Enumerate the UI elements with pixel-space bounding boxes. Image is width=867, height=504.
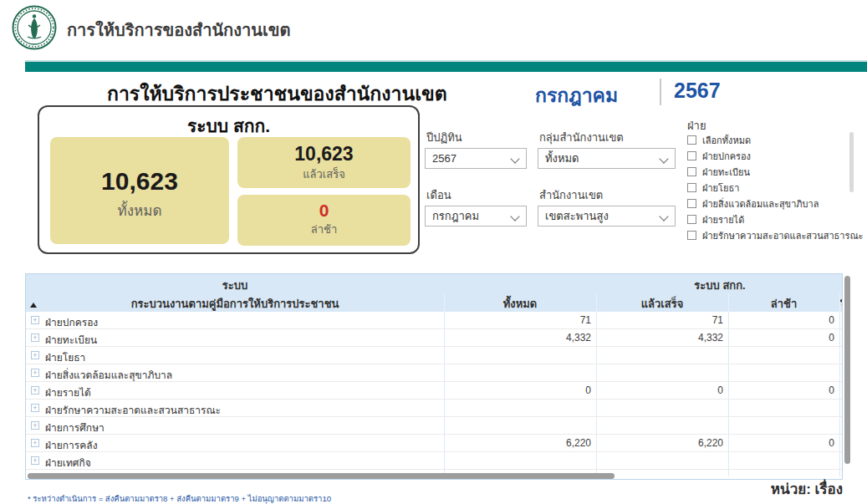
teal-divider-bar bbox=[25, 60, 867, 72]
table-row[interactable]: + ฝ่ายการคลัง 6,220 6,220 0 bbox=[26, 435, 843, 452]
kpi-box-title: ระบบ สกก. bbox=[39, 112, 418, 140]
kpi-card-done: 10,623 แล้วเสร็จ bbox=[237, 137, 411, 188]
expand-icon[interactable]: + bbox=[31, 439, 39, 447]
table-vertical-scrollbar[interactable] bbox=[844, 276, 850, 464]
filter-year-label: ปีปฏิทิน bbox=[426, 129, 462, 146]
column-header-late[interactable]: ล่าช้า bbox=[728, 295, 839, 313]
expand-icon[interactable]: + bbox=[31, 333, 39, 342]
table-row[interactable]: + ฝ่ายการศึกษา bbox=[26, 417, 843, 435]
checkbox-icon[interactable] bbox=[687, 199, 696, 208]
checkbox-icon[interactable] bbox=[687, 167, 696, 176]
column-header-total[interactable]: ทั้งหมด bbox=[444, 295, 596, 313]
app-header: การให้บริการของสำนักงานเขต bbox=[0, 0, 867, 57]
filter-group-value: ทั้งหมด bbox=[545, 152, 579, 165]
column-group-header-sakok[interactable]: ระบบ สกก. bbox=[596, 277, 843, 294]
filter-year-value: 2567 bbox=[432, 152, 456, 165]
filter-group-label: กลุ่มสำนักงานเขต bbox=[539, 129, 624, 146]
kpi-late-value: 0 bbox=[237, 201, 411, 221]
expand-icon[interactable]: + bbox=[31, 386, 39, 395]
sort-ascending-icon[interactable] bbox=[30, 303, 37, 308]
kpi-done-value: 10,623 bbox=[237, 143, 411, 165]
filter-district-dropdown[interactable]: เขตสะพานสูง bbox=[538, 206, 676, 227]
filter-district-value: เขตสะพานสูง bbox=[545, 210, 609, 222]
chevron-down-icon bbox=[510, 154, 519, 163]
checkbox-icon[interactable] bbox=[687, 231, 696, 240]
checkbox-select-all[interactable]: เลือกทั้งหมด bbox=[687, 132, 751, 146]
filter-month-label: เดือน bbox=[426, 186, 451, 204]
checkbox-icon[interactable] bbox=[687, 135, 696, 145]
table-body: + ฝ่ายปกครอง 71 71 0 + ฝ่ายทะเบียน 4,332… bbox=[26, 312, 843, 476]
checkbox-division-6[interactable]: ฝ่ายรักษาความสะอาดและสวนสาธารณะ bbox=[687, 227, 864, 242]
unit-label: หน่วย: เรื่อง bbox=[592, 477, 843, 500]
table-row[interactable]: + ฝ่ายสิ่งแวดล้อมและสุขาภิบาล bbox=[26, 364, 843, 382]
kpi-card-late: 0 ล่าช้า bbox=[237, 195, 411, 246]
filter-group-dropdown[interactable]: ทั้งหมด bbox=[538, 148, 676, 169]
chevron-down-icon bbox=[659, 154, 668, 163]
column-header-system[interactable]: ระบบ bbox=[26, 277, 444, 294]
table-row[interactable]: + ฝ่ายรายได้ 0 0 0 bbox=[26, 382, 843, 400]
column-header-done[interactable]: แล้วเสร็จ bbox=[596, 295, 728, 313]
table-row[interactable]: + ฝ่ายโยธา bbox=[26, 347, 843, 364]
chevron-down-icon bbox=[510, 211, 519, 221]
checkbox-division-4[interactable]: ฝ่ายสิ่งแวดล้อมและสุขาภิบาล bbox=[687, 196, 819, 210]
checkbox-division-5[interactable]: ฝ่ายรายได้ bbox=[687, 211, 744, 226]
expand-icon[interactable]: + bbox=[31, 351, 39, 359]
checkbox-icon[interactable] bbox=[687, 183, 696, 192]
kpi-total-label: ทั้งหมด bbox=[50, 199, 229, 221]
title-divider bbox=[660, 79, 661, 105]
table-row[interactable]: + ฝ่ายเทศกิจ bbox=[26, 452, 843, 470]
filter-month-dropdown[interactable]: กรกฎาคม bbox=[425, 206, 527, 227]
kpi-done-label: แล้วเสร็จ bbox=[237, 165, 411, 183]
checkbox-division-3[interactable]: ฝ่ายโยธา bbox=[687, 180, 739, 194]
expand-icon[interactable]: + bbox=[31, 404, 39, 412]
kpi-card-total: 10,623 ทั้งหมด bbox=[50, 137, 229, 244]
kpi-total-value: 10,623 bbox=[50, 167, 229, 196]
chevron-down-icon bbox=[659, 211, 668, 221]
checkbox-division-2[interactable]: ฝ่ายทะเบียน bbox=[687, 164, 750, 178]
table-header: ระบบ ระบบ สกก. กระบวนงานตามคู่มือการให้บ… bbox=[26, 274, 843, 312]
checkbox-icon[interactable] bbox=[687, 215, 696, 224]
page-title: การให้บริการประชาชนของสำนักงานเขต bbox=[107, 79, 447, 109]
app-title: การให้บริการของสำนักงานเขต bbox=[67, 17, 290, 43]
title-month: กรกฎาคม bbox=[535, 80, 618, 110]
expand-icon[interactable]: + bbox=[31, 421, 39, 430]
filter-year-dropdown[interactable]: 2567 bbox=[425, 148, 527, 169]
expand-icon[interactable]: + bbox=[31, 369, 39, 377]
footnote: * ระหว่างดำเนินการ = ส่งคืนตามมาตรา8 + ส… bbox=[28, 492, 331, 504]
kpi-late-label: ล่าช้า bbox=[237, 221, 411, 238]
table-row[interactable]: + ฝ่ายรักษาความสะอาดและสวนสาธารณะ bbox=[26, 400, 843, 417]
title-year: 2567 bbox=[674, 79, 721, 103]
expand-icon[interactable]: + bbox=[31, 456, 39, 465]
checkbox-division-1[interactable]: ฝ่ายปกครอง bbox=[687, 148, 751, 162]
division-list-scrollbar[interactable] bbox=[849, 132, 854, 192]
table-horizontal-scrollbar[interactable] bbox=[28, 473, 615, 479]
table-row[interactable]: + ฝ่ายปกครอง 71 71 0 bbox=[26, 312, 843, 329]
expand-icon[interactable]: + bbox=[31, 316, 39, 324]
kpi-box: ระบบ สกก. 10,623 ทั้งหมด 10,623 แล้วเสร็… bbox=[38, 105, 420, 254]
checkbox-icon[interactable] bbox=[687, 151, 696, 160]
filter-district-label: สำนักงานเขต bbox=[539, 186, 603, 204]
column-header-process[interactable]: กระบวนงานตามคู่มือการให้บริการประชาชน bbox=[26, 295, 444, 313]
table-row[interactable]: + ฝ่ายทะเบียน 4,332 4,332 0 bbox=[26, 329, 843, 347]
filter-month-value: กรกฎาคม bbox=[432, 210, 479, 222]
services-matrix-table: ระบบ ระบบ สกก. กระบวนงานตามคู่มือการให้บ… bbox=[25, 273, 843, 480]
bma-seal-logo bbox=[12, 5, 57, 50]
